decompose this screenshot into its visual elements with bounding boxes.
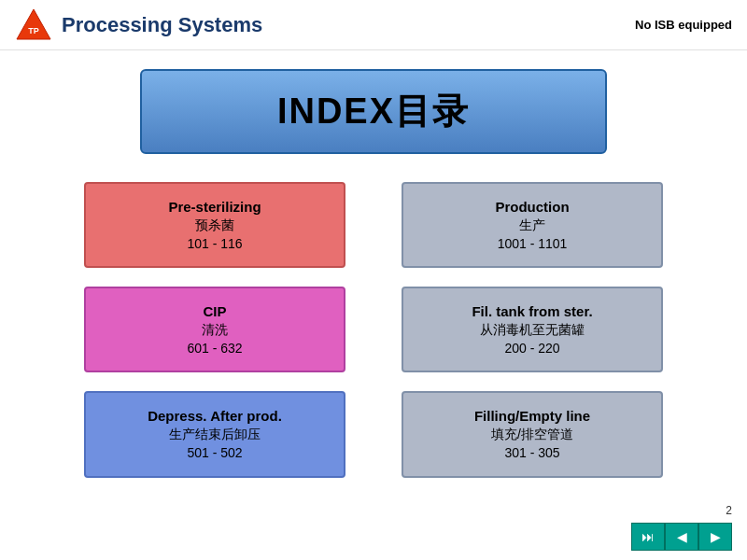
- menu-grid: Pre-sterilizing 预杀菌 101 - 116 Production…: [84, 182, 663, 478]
- nav-next-icon: ▶: [711, 529, 721, 544]
- filling-cn: 填充/排空管道: [422, 426, 642, 444]
- fil-tank-range: 200 - 220: [422, 340, 642, 358]
- app-title: Processing Systems: [62, 13, 262, 37]
- filling-range: 301 - 305: [422, 444, 642, 463]
- page-number: 2: [726, 504, 732, 517]
- cip-en: CIP: [105, 301, 325, 321]
- cip-range: 601 - 632: [105, 340, 325, 358]
- production-cn: 生产: [422, 217, 642, 235]
- menu-item-production[interactable]: Production 生产 1001 - 1101: [402, 182, 663, 268]
- pre-sterilizing-range: 101 - 116: [105, 235, 325, 254]
- index-title: INDEX目录: [277, 91, 470, 131]
- footer-nav: ⏭ ◀ ▶: [631, 523, 732, 551]
- depress-en: Depress. After prod.: [105, 406, 325, 426]
- menu-item-cip[interactable]: CIP 清洗 601 - 632: [84, 287, 345, 372]
- production-en: Production: [422, 197, 642, 217]
- depress-cn: 生产结束后卸压: [105, 426, 325, 444]
- nav-next-button[interactable]: ▶: [698, 523, 732, 551]
- menu-item-filling[interactable]: Filling/Empty line 填充/排空管道 301 - 305: [402, 391, 663, 477]
- cip-cn: 清洗: [105, 321, 325, 340]
- fil-tank-en: Fil. tank from ster.: [422, 301, 642, 321]
- nav-prev-icon: ◀: [677, 529, 687, 544]
- header-left: TP Processing Systems: [15, 7, 262, 43]
- tetra-pak-logo: TP: [15, 7, 52, 43]
- menu-item-depress[interactable]: Depress. After prod. 生产结束后卸压 501 - 502: [84, 391, 345, 477]
- header: TP Processing Systems No ISB equipped: [0, 0, 747, 50]
- svg-text:TP: TP: [28, 26, 39, 35]
- no-isb-label: No ISB equipped: [635, 18, 732, 32]
- filling-en: Filling/Empty line: [422, 406, 642, 426]
- nav-first-button[interactable]: ⏭: [631, 523, 665, 551]
- fil-tank-cn: 从消毒机至无菌罐: [422, 321, 642, 340]
- depress-range: 501 - 502: [105, 444, 325, 463]
- menu-item-pre-sterilizing[interactable]: Pre-sterilizing 预杀菌 101 - 116: [84, 182, 345, 268]
- pre-sterilizing-cn: 预杀菌: [105, 217, 325, 235]
- nav-prev-button[interactable]: ◀: [665, 523, 698, 551]
- nav-first-icon: ⏭: [641, 529, 655, 544]
- pre-sterilizing-en: Pre-sterilizing: [105, 197, 325, 217]
- index-banner: INDEX目录: [140, 69, 607, 154]
- main-content: INDEX目录 Pre-sterilizing 预杀菌 101 - 116 Pr…: [0, 50, 747, 497]
- production-range: 1001 - 1101: [422, 235, 642, 254]
- menu-item-fil-tank[interactable]: Fil. tank from ster. 从消毒机至无菌罐 200 - 220: [402, 287, 663, 372]
